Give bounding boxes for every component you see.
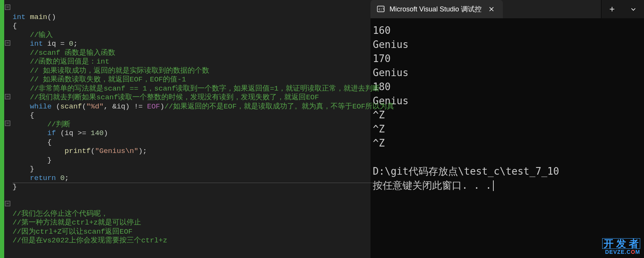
change-indicator: [0, 0, 4, 258]
console-title-bar: c:\ Microsoft Visual Studio 调试控: [370, 0, 644, 18]
keyword: if: [47, 129, 56, 137]
keyword: while: [30, 102, 52, 111]
brace: {: [47, 138, 51, 147]
title-button-group: [601, 0, 644, 18]
number: 0: [69, 40, 73, 48]
comment: //如果返回的不是EOF，就是读取成功了。就为真，不等于EOF所以为真: [164, 102, 394, 111]
fold-toggle[interactable]: −: [5, 5, 10, 10]
folding-margin: − − − − −: [4, 0, 13, 258]
comment: // 如果函数读取失败，就返回EOF，EOF的值-1: [30, 75, 186, 84]
output-line: D:\git代码存放点\test_c\test_7_10: [373, 166, 559, 177]
brace: {: [13, 22, 17, 30]
comment: //scanf 函数是输入函数: [30, 49, 115, 57]
text: , &iq) !=: [103, 102, 147, 111]
punct: ;: [73, 40, 78, 48]
punct: ;: [65, 174, 69, 182]
tab-dropdown-button[interactable]: [623, 0, 644, 18]
fold-toggle[interactable]: −: [5, 121, 10, 126]
code-text-area[interactable]: int main() { //输入 int iq = 0; //scanf 函数…: [13, 0, 394, 258]
macro: EOF: [147, 102, 160, 111]
punct: ): [160, 102, 164, 111]
console-output[interactable]: 160 Genius 170 Genius 180 Genius ^Z ^Z ^…: [370, 18, 644, 258]
punct: ): [103, 129, 108, 137]
space: [56, 174, 60, 182]
block-divider: [13, 183, 394, 183]
punct: );: [138, 147, 147, 155]
comment: //第一种方法就是ctrl+z就是可以停止: [13, 218, 141, 227]
code-editor-pane: − − − − − int main() { //输入 int iq = 0; …: [0, 0, 370, 258]
number: 0: [60, 174, 64, 182]
keyword: int: [13, 13, 25, 21]
text-cursor: [493, 180, 494, 191]
brace: }: [47, 156, 51, 164]
brace: {: [30, 111, 34, 119]
function-name: main: [30, 13, 48, 21]
function-call: scanf: [60, 102, 82, 111]
function-call: printf: [65, 147, 91, 155]
comment: //我们就去判断如果scanf读取一个整数的时候，发现没有读到，发现失败了，就返…: [30, 93, 319, 102]
comment: //因为ctrl+Z可以让scanf返回EOF: [13, 228, 132, 236]
comment: // 如果读取成功，返回的就是实际读取到的数据的个数: [30, 67, 209, 75]
tab-title: Microsoft Visual Studio 调试控: [390, 5, 482, 14]
punct: (): [47, 13, 56, 21]
comment: //输入: [30, 31, 53, 39]
new-tab-button[interactable]: [601, 0, 623, 18]
brace: }: [13, 183, 17, 191]
number: 140: [91, 129, 103, 137]
fold-toggle[interactable]: −: [5, 201, 10, 206]
comment: //函数的返回值是：int: [30, 57, 110, 66]
tab-close-button[interactable]: [486, 4, 497, 14]
debug-console-pane: c:\ Microsoft Visual Studio 调试控 160 Geni…: [370, 0, 644, 258]
brace: }: [30, 165, 34, 173]
keyword: int: [30, 40, 43, 48]
comment: //非常简单的写法就是scanf == 1，scanf读取到一个数字，如果返回值…: [30, 84, 380, 93]
punct: (: [91, 147, 95, 155]
punct: (: [82, 102, 86, 111]
punct: (: [52, 102, 60, 111]
string: "%d": [86, 102, 104, 111]
comment: //但是在vs2022上你会发现需要按三个ctrl+z: [13, 236, 167, 245]
text: iq =: [43, 40, 69, 48]
fold-toggle[interactable]: −: [5, 40, 10, 46]
comment: //我们怎么停止这个代码呢，: [13, 210, 108, 218]
keyword: return: [30, 174, 56, 182]
comment: //判断: [47, 120, 70, 129]
text: (iq >=: [56, 129, 91, 137]
fold-toggle[interactable]: −: [5, 94, 10, 99]
string: "Genius\n": [95, 147, 138, 155]
